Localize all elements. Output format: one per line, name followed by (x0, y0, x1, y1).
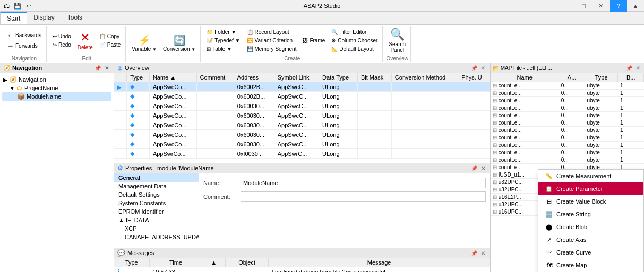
prop-default-settings[interactable]: Default Settings (114, 190, 199, 199)
overview-row[interactable]: ◆ AppSwcCo... 0x60030... AppSwcC... ULon… (114, 120, 490, 130)
backwards-btn[interactable]: ←Backwards (4, 30, 44, 40)
typedef-btn[interactable]: 📝Typedef ▼ (204, 37, 243, 45)
folder-btn[interactable]: 📁Folder ▼ (204, 28, 243, 36)
variant-criterion-btn[interactable]: 🔀Variant Criterion (244, 37, 299, 45)
map-row[interactable]: ⊞ countLe... 0... ubyte 1 (491, 156, 644, 164)
tree-item-module[interactable]: 📦 ModuleName (2, 92, 111, 101)
tree-item-project[interactable]: ▼ 🗂 ProjectName (2, 84, 111, 92)
map-row[interactable]: ⊞ countLe... 0... ubyte 1 (491, 119, 644, 127)
ctx-create-measurement[interactable]: 📏 Create Measurement (538, 170, 643, 182)
overview-row[interactable]: ◆ AppSwrCo... 0xf0030... AppSwrC... ULon… (114, 149, 490, 159)
restore-btn[interactable]: ◻ (575, 0, 592, 12)
copy-btn[interactable]: 📋Copy (97, 32, 124, 40)
ctx-create-value-block[interactable]: ⊞ Create Value Block (538, 195, 643, 208)
col-name[interactable]: Name ▲ (149, 73, 196, 82)
phys-cell (458, 149, 490, 159)
ctx-create-curve[interactable]: 〰 Create Curve (538, 246, 643, 259)
undo-btn[interactable]: ↩Undo (50, 32, 74, 40)
map-b-cell: 1 (618, 90, 644, 97)
expand-btn[interactable]: ▲ (627, 0, 644, 12)
prop-canape[interactable]: CANAPE_ADDRESS_UPDATE (114, 233, 199, 241)
record-layout-btn[interactable]: 📋Record Layout (244, 28, 299, 36)
navigation-panel: 🧭 Navigation 📌 ✕ ▶ 🧭 Navigation ▼ 🗂 Proj… (0, 63, 114, 272)
undo-quick-btn[interactable]: ↩ (23, 0, 33, 12)
prop-eprom[interactable]: EPROM Identifier (114, 207, 199, 216)
map-row[interactable]: ⊞ countLe... 0... ubyte 1 (491, 112, 644, 119)
search-panel-btn[interactable]: 🔍 SearchPanel (386, 26, 408, 55)
overview-pin-btn[interactable]: 📌 (470, 64, 478, 72)
msg-col-object: Object (225, 258, 269, 267)
ctx-create-string-label: Create String (556, 211, 591, 217)
address-cell: 0x60030... (234, 101, 274, 111)
prop-if-data[interactable]: ▲ IF_DATA (114, 216, 199, 224)
ctx-create-map[interactable]: 🗺 Create Map (538, 259, 643, 271)
map-row[interactable]: ⊞ countLe... 0... ubyte 1 (491, 104, 644, 112)
map-pin-btn[interactable]: 📌 (625, 64, 633, 72)
ctx-create-parameter[interactable]: 📋 Create Parameter (538, 182, 643, 195)
overview-table-scroll[interactable]: Type Name ▲ Comment Address Symbol Link … (114, 73, 490, 163)
paste-btn[interactable]: 📄Paste (97, 41, 124, 49)
info-icon: ℹ (117, 268, 120, 272)
minimize-btn[interactable]: − (558, 0, 575, 12)
prop-xcp[interactable]: XCP (114, 224, 199, 233)
create-btns: 📁Folder ▼ 📝Typedef ▼ ⊞Table ▼ 📋Record La… (204, 26, 380, 55)
curve-icon: 〰 (545, 248, 553, 257)
properties-pin-btn[interactable]: 📌 (470, 164, 478, 172)
conversion-btn[interactable]: 🔄 Conversion ▼ (160, 33, 198, 54)
bitmask-cell (357, 111, 391, 120)
tab-start[interactable]: Start (0, 12, 27, 24)
overview-close-btn[interactable]: ✕ (479, 64, 487, 72)
ctx-create-axis[interactable]: ↗ Create Axis (538, 233, 643, 246)
messages-close-btn[interactable]: ✕ (479, 249, 487, 257)
frame-btn[interactable]: 🖼Frame (300, 37, 328, 45)
overview-group-label: Overview (386, 55, 408, 62)
prop-name-input[interactable] (241, 178, 486, 188)
prop-system-constants[interactable]: System Constants (114, 199, 199, 207)
prop-general[interactable]: General (114, 173, 199, 182)
symbol-cell: AppSwcC... (274, 92, 319, 101)
tree-item-nav[interactable]: ▶ 🧭 Navigation (2, 75, 111, 84)
prop-management[interactable]: Management Data (114, 182, 199, 190)
tab-display[interactable]: Display (27, 12, 61, 24)
overview-row[interactable]: ◆ AppSwcCo... 0x60030... AppSwcC... ULon… (114, 111, 490, 120)
tab-tools[interactable]: Tools (61, 12, 89, 24)
map-header-icons: 📌 ✕ (625, 64, 642, 72)
overview-btns: 🔍 SearchPanel (386, 26, 408, 55)
overview-row[interactable]: ◆ AppSwcCo... 0x60030... AppSwcC... ULon… (114, 139, 490, 149)
overview-row[interactable]: ◆ AppSwcCo... 0x60030... AppSwcC... ULon… (114, 101, 490, 111)
ctx-create-string[interactable]: 🔤 Create String (538, 208, 643, 221)
overview-tbody: ▶ ◆ AppSwcCo... 0x6002B... AppSwcC... UL… (114, 82, 490, 159)
delete-btn[interactable]: ✕ Delete (75, 29, 96, 52)
map-row[interactable]: ⊞ countLe... 0... ubyte 1 (491, 82, 644, 90)
overview-row[interactable]: ◆ AppSwcCo... 0x6002B... AppSwcC... ULon… (114, 92, 490, 101)
map-row[interactable]: ⊞ countLe... 0... ubyte 1 (491, 142, 644, 149)
map-row[interactable]: ⊞ countLe... 0... ubyte 1 (491, 97, 644, 104)
ctx-create-blob[interactable]: ⬤ Create Blob (538, 221, 643, 233)
map-row[interactable]: ⊞ countLe... 0... ubyte 1 (491, 149, 644, 156)
filter-editor-btn[interactable]: 🔍Filter Editor (329, 28, 380, 36)
save-quick-btn[interactable]: 💾 (13, 0, 22, 12)
messages-pin-btn[interactable]: 📌 (470, 249, 478, 257)
properties-close-btn[interactable]: ✕ (479, 164, 487, 172)
default-layout-btn[interactable]: 📐Default Layout (329, 45, 380, 53)
nav-pin-btn[interactable]: 📌 (94, 64, 101, 72)
messages-scroll[interactable]: Type Time ▲ Object Message ℹ 10:57:33 (114, 258, 490, 272)
close-btn[interactable]: ✕ (592, 0, 609, 12)
map-row[interactable]: ⊞ countLe... 0... ubyte 1 (491, 134, 644, 142)
memory-segment-btn[interactable]: 💾Memory Segment (244, 45, 299, 53)
overview-row[interactable]: ◆ AppSwcCo... 0x60030... AppSwcC... ULon… (114, 130, 490, 139)
overview-row[interactable]: ▶ ◆ AppSwcCo... 0x6002B... AppSwcC... UL… (114, 82, 490, 92)
prop-comment-input[interactable] (241, 191, 486, 202)
variable-btn[interactable]: ⚡ Variable ▼ (129, 33, 159, 54)
messages-tbody: ℹ 10:57:33 Loading database from file ''… (114, 267, 490, 273)
name-cell: AppSwcCo... (149, 139, 196, 149)
redo-btn[interactable]: ↪Redo (50, 41, 74, 49)
map-close-btn[interactable]: ✕ (634, 64, 642, 72)
table-btn[interactable]: ⊞Table ▼ (204, 45, 243, 53)
column-chooser-btn[interactable]: ⚙Column Chooser (329, 37, 380, 45)
map-row[interactable]: ⊞ countLe... 0... ubyte 1 (491, 90, 644, 97)
forwards-btn[interactable]: →Forwards (4, 41, 44, 51)
nav-close-btn[interactable]: ✕ (103, 64, 110, 72)
map-row[interactable]: ⊞ countLe... 0... ubyte 1 (491, 127, 644, 134)
help-btn[interactable]: ? (610, 0, 627, 12)
